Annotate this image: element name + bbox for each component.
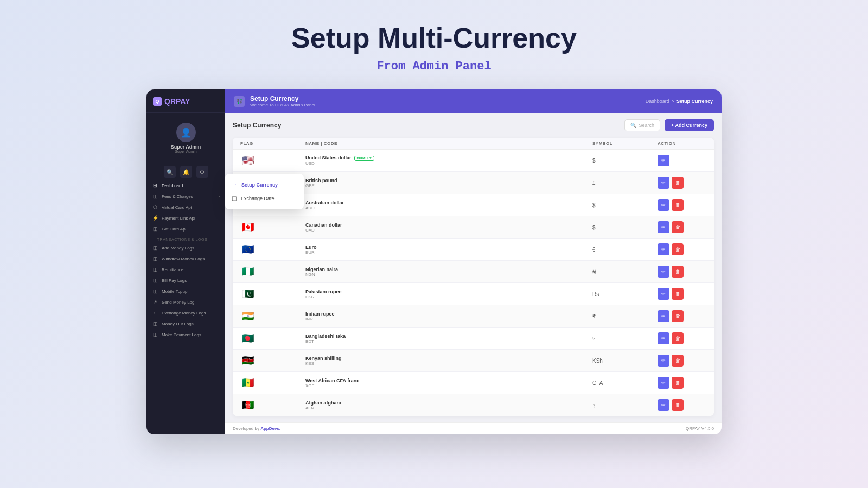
edit-button[interactable]: ✏: [658, 221, 669, 233]
currency-code: EUR: [305, 250, 592, 255]
sidebar-item-bill-pay[interactable]: ◫ Bill Pay Logs: [146, 275, 225, 286]
name-code-cell: Kenyan shilling KES: [305, 356, 592, 366]
dropdown-item-setup-currency[interactable]: → Setup Currency: [225, 178, 304, 191]
user-name: Super Admin: [171, 144, 201, 150]
symbol-cell: ₹: [592, 313, 658, 319]
sidebar-item-send-money[interactable]: ↗ Send Money Log: [146, 297, 225, 307]
delete-button[interactable]: 🗑: [672, 243, 684, 255]
flag-cell: 🇵🇰: [240, 286, 305, 301]
table-row: 🇸🇳 West African CFA franc XOF CFA ✏ 🗑: [233, 372, 714, 394]
currency-code: KES: [305, 361, 592, 366]
edit-button[interactable]: ✏: [658, 355, 669, 367]
table-row: 🇵🇰 Pakistani rupee PKR Rs ✏ 🗑: [233, 283, 714, 305]
currency-code: XOF: [305, 383, 592, 388]
action-cell: ✏ 🗑: [658, 243, 706, 255]
breadcrumb-home: Dashboard: [646, 99, 669, 104]
edit-button[interactable]: ✏: [658, 399, 669, 411]
sidebar-item-gift-card[interactable]: ◫ Gift Card Api: [146, 223, 225, 234]
edit-button[interactable]: ✏: [658, 332, 669, 344]
flag-emoji: 🇦🇫: [240, 397, 256, 413]
currency-name: Canadian dollar: [305, 222, 592, 228]
col-action: ACTION: [658, 141, 706, 146]
flag-cell: 🇳🇬: [240, 264, 305, 279]
action-cell: ✏ 🗑: [658, 310, 706, 322]
sidebar-item-exchange[interactable]: ↔ Exchange Money Logs: [146, 307, 225, 318]
delete-button[interactable]: 🗑: [672, 221, 684, 233]
currency-name: Nigerian naira: [305, 267, 592, 272]
sidebar-item-remittance[interactable]: ◫ Remittance: [146, 264, 225, 275]
edit-button[interactable]: ✏: [658, 266, 669, 278]
table-row: 🇧🇩 Bangladeshi taka BDT ৳ ✏ 🗑: [233, 328, 714, 350]
delete-button[interactable]: 🗑: [672, 288, 684, 300]
sidebar-label-fees: Fees & Charges: [162, 194, 193, 199]
content-area: Setup Currency 🔍 Search + Add Currency F…: [225, 113, 722, 422]
default-badge: DEFAULT: [354, 156, 374, 161]
topbar-titles: Setup Currency Welcome To QRPAY Admin Pa…: [250, 95, 315, 107]
delete-button[interactable]: 🗑: [672, 399, 684, 411]
sidebar-item-add-money[interactable]: ◫ Add Money Logs: [146, 242, 225, 253]
symbol-cell: Rs: [592, 291, 658, 297]
sidebar-item-make-payment[interactable]: ◫ Make Payment Logs: [146, 329, 225, 340]
sidebar-item-money-out[interactable]: ◫ Money Out Logs: [146, 318, 225, 329]
table-row: 🇰🇪 Kenyan shilling KES KSh ✏ 🗑: [233, 350, 714, 372]
dropdown-item-exchange-rate[interactable]: ◫ Exchange Rate: [225, 191, 304, 205]
symbol-cell: ؋: [592, 402, 658, 408]
currency-name: West African CFA franc: [305, 378, 592, 383]
flag-emoji: 🇸🇳: [240, 375, 256, 390]
add-currency-button[interactable]: + Add Currency: [665, 119, 714, 131]
search-box[interactable]: 🔍 Search: [624, 119, 661, 131]
sidebar-item-payment-link[interactable]: ⚡ Payment Link Api: [146, 213, 225, 223]
sidebar-item-fees[interactable]: ◫ Fees & Charges ›: [146, 191, 225, 202]
edit-button[interactable]: ✏: [658, 310, 669, 322]
breadcrumb-separator: >: [672, 99, 674, 104]
edit-button[interactable]: ✏: [658, 177, 669, 189]
section-header: Setup Currency 🔍 Search + Add Currency: [233, 119, 714, 131]
action-cell: ✏ 🗑: [658, 266, 706, 278]
symbol-cell: CFA: [592, 380, 658, 386]
sidebar-label-add-money: Add Money Logs: [162, 246, 194, 251]
delete-button[interactable]: 🗑: [672, 177, 684, 189]
settings-icon[interactable]: ⚙: [196, 166, 208, 178]
edit-button[interactable]: ✏: [658, 377, 669, 389]
currency-code: AUD: [305, 206, 592, 210]
delete-button[interactable]: 🗑: [672, 310, 684, 322]
topbar-currency-icon: 💱: [234, 96, 245, 107]
delete-button[interactable]: 🗑: [672, 199, 684, 211]
search-icon[interactable]: 🔍: [164, 166, 176, 178]
edit-button[interactable]: ✏: [658, 155, 669, 166]
transactions-section-label: — Transactions & Logs: [146, 234, 225, 242]
delete-button[interactable]: 🗑: [672, 355, 684, 367]
edit-button[interactable]: ✏: [658, 288, 669, 300]
edit-button[interactable]: ✏: [658, 243, 669, 255]
page-subheading: From Admin Panel: [376, 60, 491, 73]
topbar: 💱 Setup Currency Welcome To QRPAY Admin …: [225, 89, 722, 113]
sidebar-item-withdraw[interactable]: ◫ Withdraw Money Logs: [146, 253, 225, 264]
footer-brand: AppDevs.: [260, 426, 280, 431]
edit-button[interactable]: ✏: [658, 199, 669, 211]
delete-button[interactable]: 🗑: [672, 266, 684, 278]
sidebar-label-payment-link: Payment Link Api: [162, 216, 195, 221]
flag-emoji: 🇨🇦: [240, 220, 256, 235]
flag-emoji: 🇧🇩: [240, 331, 256, 346]
make-payment-icon: ◫: [152, 332, 158, 337]
currency-code: GBP: [305, 183, 592, 188]
delete-button[interactable]: 🗑: [672, 377, 684, 389]
currency-code: USD: [305, 161, 592, 166]
name-code-cell: United States dollarDEFAULT USD: [305, 155, 592, 166]
name-code-cell: Indian rupee INR: [305, 311, 592, 322]
delete-button[interactable]: 🗑: [672, 332, 684, 344]
sidebar-item-virtual-card[interactable]: ⬡ Virtual Card Api: [146, 202, 225, 213]
user-role: Super Admin: [175, 150, 196, 153]
app-window: Q QRPAY 👤 Super Admin Super Admin 🔍 🔔 ⚙ …: [146, 89, 722, 434]
sidebar-label-exchange: Exchange Money Logs: [162, 311, 206, 316]
sidebar-item-mobile-topup[interactable]: ◫ Mobile Topup: [146, 286, 225, 297]
table-row: 🇪🇺 Euro EUR € ✏ 🗑: [233, 239, 714, 261]
flag-emoji: 🇳🇬: [240, 264, 256, 279]
sidebar-item-dashboard[interactable]: ⊞ Dashboard: [146, 180, 225, 191]
notification-icon[interactable]: 🔔: [180, 166, 192, 178]
sidebar-logo-section: Q QRPAY: [146, 97, 225, 113]
currency-name: United States dollarDEFAULT: [305, 155, 592, 161]
sidebar-label-dashboard: Dashboard: [162, 183, 183, 188]
arrow-right-icon: →: [232, 182, 237, 188]
flag-emoji: 🇮🇳: [240, 309, 256, 324]
